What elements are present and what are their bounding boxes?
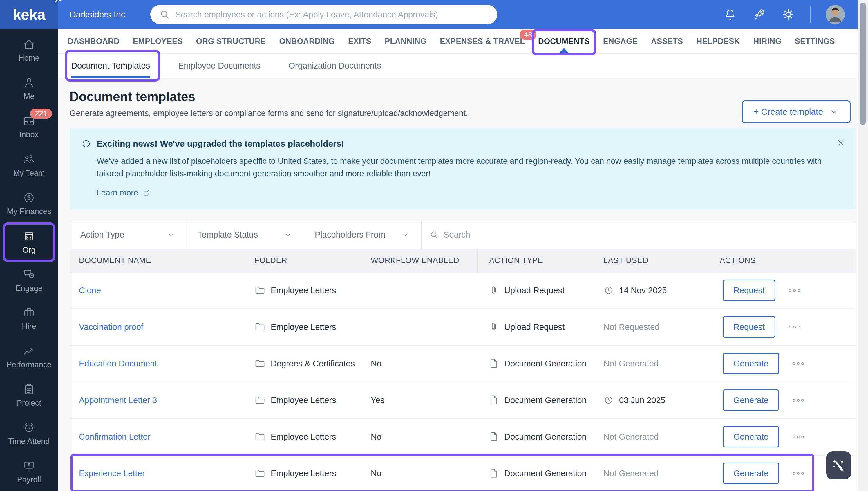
table-row-highlighted: Experience Letter Employee Letters No Do… bbox=[70, 456, 856, 491]
tab-assets[interactable]: ASSETS bbox=[651, 29, 683, 54]
row-menu-button[interactable] bbox=[793, 472, 804, 475]
tab-expenses-travel[interactable]: EXPENSES & TRAVEL 48 bbox=[440, 29, 525, 54]
generate-button[interactable]: Generate bbox=[723, 353, 779, 374]
filter-template-status[interactable]: Template Status bbox=[187, 221, 304, 249]
sidebar-item-me[interactable]: Me bbox=[0, 70, 58, 108]
tab-employees[interactable]: EMPLOYEES bbox=[133, 29, 183, 54]
chevron-down-icon bbox=[166, 231, 175, 239]
avatar[interactable] bbox=[826, 5, 845, 24]
chevron-down-icon bbox=[401, 231, 410, 239]
paperclip-icon bbox=[489, 285, 499, 296]
request-button[interactable]: Request bbox=[723, 280, 775, 301]
global-search-input[interactable] bbox=[175, 10, 489, 20]
row-menu-button[interactable] bbox=[789, 289, 800, 292]
sidebar-item-engage[interactable]: Engage bbox=[0, 261, 58, 300]
global-search[interactable] bbox=[150, 5, 497, 24]
clock-icon bbox=[603, 395, 614, 405]
sidebar-item-home[interactable]: Home bbox=[0, 31, 58, 70]
tab-planning[interactable]: PLANNING bbox=[385, 29, 427, 54]
bell-icon[interactable] bbox=[723, 8, 737, 21]
row-menu-button[interactable] bbox=[793, 399, 804, 402]
col-folder: FOLDER bbox=[254, 256, 371, 265]
action-type-value: Document Generation bbox=[504, 469, 587, 478]
row-menu-button[interactable] bbox=[793, 436, 804, 438]
filter-action-type[interactable]: Action Type bbox=[70, 221, 187, 249]
filter-placeholders-from[interactable]: Placeholders From bbox=[304, 221, 422, 249]
tab-documents[interactable]: DOCUMENTS bbox=[538, 29, 590, 54]
folder-icon bbox=[254, 358, 266, 369]
last-used-value: Not Generated bbox=[603, 432, 658, 442]
folder-icon bbox=[254, 468, 266, 479]
last-used-value: 03 Jun 2025 bbox=[619, 396, 665, 405]
template-name-link[interactable]: Appointment Letter 3 bbox=[79, 396, 157, 405]
folder-icon bbox=[254, 321, 266, 333]
sidebar-item-performance[interactable]: Performance bbox=[0, 338, 58, 376]
module-nav: DASHBOARD EMPLOYEES ORG STRUCTURE ONBOAR… bbox=[58, 29, 858, 54]
gear-icon[interactable] bbox=[781, 8, 795, 21]
sidebar-item-org[interactable]: Org bbox=[0, 223, 58, 261]
template-name-link[interactable]: Confirmation Letter bbox=[79, 432, 151, 441]
tab-onboarding[interactable]: ONBOARDING bbox=[279, 29, 335, 54]
sidebar-item-label: Me bbox=[24, 92, 34, 101]
sidebar-item-inbox[interactable]: 221 Inbox bbox=[0, 108, 58, 146]
create-template-button[interactable]: + Create template bbox=[742, 100, 850, 123]
subtab-employee-documents[interactable]: Employee Documents bbox=[178, 53, 260, 78]
table-row: Confirmation Letter Employee Letters No … bbox=[70, 419, 856, 456]
generate-button[interactable]: Generate bbox=[723, 463, 779, 484]
learn-more-link[interactable]: Learn more bbox=[97, 188, 151, 197]
dollar-icon bbox=[23, 191, 35, 204]
templates-card: Action Type Template Status Placeholders… bbox=[70, 221, 856, 491]
sidebar-item-time-attend[interactable]: Time Attend bbox=[0, 414, 58, 453]
row-menu-button[interactable] bbox=[793, 363, 804, 365]
banner-title: Exciting news! We've upgraded the templa… bbox=[97, 139, 344, 149]
col-workflow-enabled: WORKFLOW ENABLED bbox=[371, 256, 477, 265]
subtab-document-templates[interactable]: Document Templates bbox=[71, 53, 150, 78]
template-name-link[interactable]: Education Document bbox=[79, 359, 157, 368]
sidebar-item-my-team[interactable]: My Team bbox=[0, 146, 58, 185]
scrollbar-track[interactable] bbox=[858, 0, 868, 491]
tab-dashboard[interactable]: DASHBOARD bbox=[68, 29, 120, 54]
table-search-input[interactable] bbox=[443, 230, 618, 239]
briefcase-icon bbox=[23, 306, 35, 319]
topbar-divider bbox=[810, 6, 811, 23]
tab-engage[interactable]: ENGAGE bbox=[603, 29, 638, 54]
tab-hiring[interactable]: HIRING bbox=[753, 29, 781, 54]
sidebar-item-my-finances[interactable]: My Finances bbox=[0, 185, 58, 223]
banner-body: We've added a new list of placeholders s… bbox=[97, 155, 839, 180]
banner-close-button[interactable] bbox=[836, 138, 846, 149]
scrollbar-thumb[interactable] bbox=[860, 3, 866, 125]
template-name-link[interactable]: Clone bbox=[79, 286, 101, 295]
sidebar-item-payroll[interactable]: Payroll bbox=[0, 453, 58, 491]
search-icon bbox=[429, 230, 439, 240]
close-icon bbox=[836, 138, 846, 148]
row-menu-button[interactable] bbox=[789, 326, 800, 328]
folder-icon bbox=[254, 431, 266, 442]
generate-button[interactable]: Generate bbox=[723, 426, 779, 447]
template-name-link[interactable]: Experience Letter bbox=[79, 469, 145, 478]
sidebar-item-hire[interactable]: Hire bbox=[0, 299, 58, 338]
tab-helpdesk[interactable]: HELPDESK bbox=[696, 29, 740, 54]
active-subtab-underline bbox=[71, 76, 150, 78]
sidebar-item-label: My Finances bbox=[7, 207, 51, 216]
subtab-organization-documents[interactable]: Organization Documents bbox=[289, 53, 381, 78]
file-icon bbox=[489, 395, 499, 405]
sidebar-item-project[interactable]: Project bbox=[0, 376, 58, 414]
col-document-name: DOCUMENT NAME bbox=[70, 256, 254, 265]
template-name-link[interactable]: Vaccination proof bbox=[79, 322, 143, 331]
request-button[interactable]: Request bbox=[723, 316, 775, 338]
keka-logo[interactable]: keka bbox=[0, 0, 58, 29]
tab-org-structure[interactable]: ORG STRUCTURE bbox=[196, 29, 266, 54]
rocket-icon[interactable] bbox=[752, 7, 767, 22]
chevron-down-icon bbox=[284, 231, 292, 239]
home-icon bbox=[23, 38, 35, 51]
generate-button[interactable]: Generate bbox=[723, 389, 779, 411]
building-icon bbox=[22, 229, 36, 243]
action-type-value: Document Generation bbox=[504, 396, 587, 405]
tab-exits[interactable]: EXITS bbox=[348, 29, 371, 54]
person-icon bbox=[23, 76, 35, 89]
tab-settings[interactable]: SETTINGS bbox=[795, 29, 835, 54]
ai-assistant-fab[interactable] bbox=[826, 451, 851, 480]
sidebar-item-label: Performance bbox=[7, 360, 52, 369]
table-search[interactable] bbox=[422, 221, 856, 249]
table-header: DOCUMENT NAME FOLDER WORKFLOW ENABLED AC… bbox=[70, 249, 856, 273]
